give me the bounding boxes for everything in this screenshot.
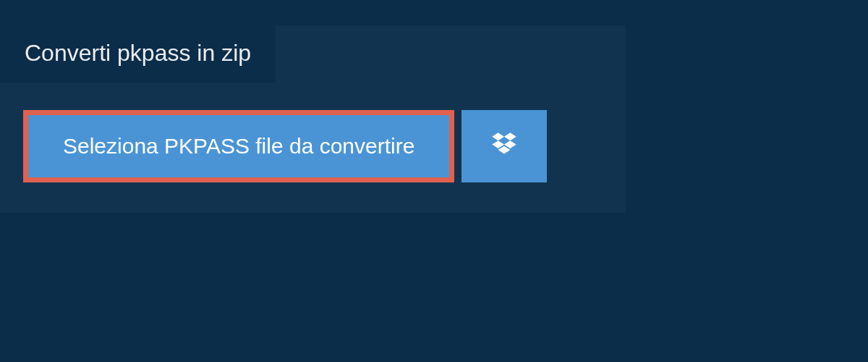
tab-row: Converti pkpass in zip xyxy=(0,25,626,83)
tab-label: Converti pkpass in zip xyxy=(25,40,251,66)
dropbox-button[interactable] xyxy=(461,110,547,182)
button-row: Seleziona PKPASS file da convertire xyxy=(0,83,626,213)
converter-panel: Converti pkpass in zip Seleziona PKPASS … xyxy=(0,25,626,213)
tab-convert[interactable]: Converti pkpass in zip xyxy=(0,25,276,83)
select-file-button[interactable]: Seleziona PKPASS file da convertire xyxy=(23,110,454,182)
select-file-label: Seleziona PKPASS file da convertire xyxy=(63,134,414,159)
dropbox-icon xyxy=(490,130,519,162)
